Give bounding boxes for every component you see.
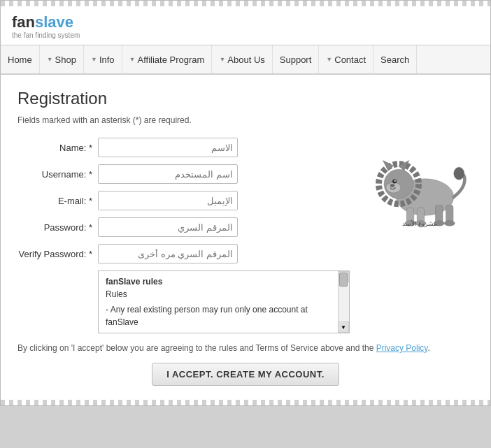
password-label: Password: * [17,222,98,233]
nav-arrow-about: ▼ [219,56,225,63]
nav-label-about: About Us [227,55,264,65]
nav-arrow-contact: ▼ [326,56,332,63]
required-note: Fields marked with an asterisk (*) are r… [17,115,474,125]
page-title: Registration [17,89,474,108]
accept-text: By clicking on 'I accept' below you are … [17,343,437,353]
svg-point-5 [394,180,396,182]
scrollbar-track: ▲ ▼ [338,271,349,333]
accept-text-main: By clicking on 'I accept' below you are … [17,343,376,353]
form-fields: Name: * Username: * E-mail: * Password: … [17,138,350,333]
password-input[interactable] [98,217,238,237]
nav-item-contact[interactable]: ▼ Contact [319,45,373,73]
password-row: Password: * [17,217,350,237]
rules-text: - Any real existing person may run only … [106,303,342,328]
navigation: Home ▼ Shop ▼ Info ▼ Affiliate Program ▼… [1,45,490,75]
logo-slave: slave [35,13,73,31]
header: fanslave the fan finding system [1,6,490,45]
content: Registration Fields marked with an aster… [1,75,490,400]
nav-label-search: Search [380,55,409,65]
rules-box: fanSlave rules Rules - Any real existing… [98,270,350,333]
svg-point-6 [390,184,394,187]
accept-period: . [427,343,429,353]
nav-label-contact: Contact [334,55,366,65]
email-input[interactable] [98,191,238,210]
nav-item-info[interactable]: ▼ Info [84,45,122,73]
nav-item-search[interactable]: Search [373,45,417,73]
username-input[interactable] [98,164,238,184]
scroll-down-button[interactable]: ▼ [338,321,349,333]
nav-label-info: Info [99,55,115,65]
privacy-policy-link[interactable]: Privacy Policy [376,343,428,353]
nav-label-shop: Shop [55,55,76,65]
lion-image: مشروع الأسد [364,145,476,229]
form-area: Name: * Username: * E-mail: * Password: … [17,138,474,333]
logo-text: fanslave [12,15,80,30]
username-label: Username: * [17,169,98,180]
nav-item-about[interactable]: ▼ About Us [212,45,272,73]
lion-container: مشروع الأسد [364,138,476,229]
page-wrapper: fanslave the fan finding system Home ▼ S… [0,0,491,406]
logo-fan: fan [12,13,35,31]
rules-subtitle: Rules [106,289,342,299]
rules-title: fanSlave rules [106,277,342,287]
nav-arrow-info: ▼ [91,56,97,63]
svg-text:مشروع الأسد: مشروع الأسد [402,219,438,228]
email-label: E-mail: * [17,196,98,206]
verify-password-input[interactable] [98,244,238,263]
nav-label-affiliate: Affiliate Program [138,55,205,65]
submit-button[interactable]: I ACCEPT. CREATE MY ACCOUNT. [152,363,339,386]
nav-item-shop[interactable]: ▼ Shop [40,45,84,73]
nav-label-support: Support [280,55,312,65]
logo: fanslave the fan finding system [12,15,80,39]
nav-item-affiliate[interactable]: ▼ Affiliate Program [122,45,213,73]
email-row: E-mail: * [17,191,350,210]
nav-item-home[interactable]: Home [1,45,40,73]
nav-item-support[interactable]: Support [273,45,320,73]
nav-label-home: Home [8,55,32,65]
svg-point-15 [444,221,455,226]
rules-box-inner[interactable]: fanSlave rules Rules - Any real existing… [99,271,349,333]
scrollbar-thumb[interactable] [339,273,348,287]
name-row: Name: * [17,138,350,157]
logo-tagline: the fan finding system [12,31,80,39]
name-label: Name: * [17,143,98,153]
username-row: Username: * [17,164,350,184]
verify-password-row: Verify Password: * [17,244,350,263]
svg-point-11 [454,167,464,180]
name-input[interactable] [98,138,238,157]
nav-arrow-shop: ▼ [47,56,53,63]
nav-arrow-affiliate: ▼ [129,56,136,63]
verify-password-label: Verify Password: * [17,249,98,259]
